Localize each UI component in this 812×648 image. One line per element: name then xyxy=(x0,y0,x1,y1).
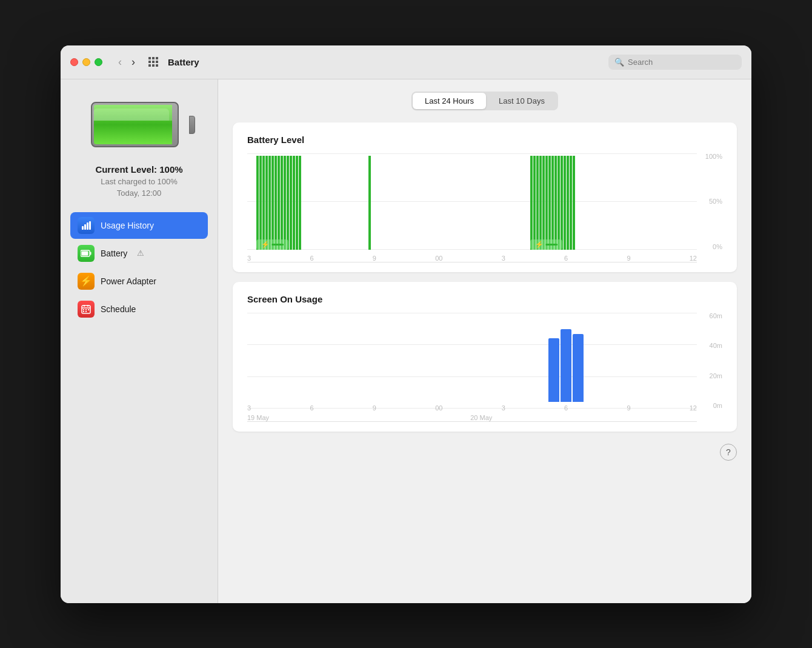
fullscreen-button[interactable] xyxy=(95,58,102,66)
battery-y-axis: 100% 50% 0% xyxy=(697,153,722,250)
x-label-9a: 9 xyxy=(373,255,376,262)
last-charged-label: Last charged to 100% xyxy=(101,177,177,186)
svg-rect-2 xyxy=(87,222,88,230)
screen-bar-group xyxy=(548,329,584,402)
x-label-9b: 9 xyxy=(627,255,630,262)
search-input[interactable] xyxy=(628,58,736,67)
sx-label-00: 00 xyxy=(435,404,442,412)
x-label-00: 00 xyxy=(435,255,442,262)
sx-label-3b: 3 xyxy=(502,404,505,412)
battery-bar-group-right xyxy=(530,156,575,250)
charging-bolt-right: ⚡ xyxy=(535,241,544,249)
battery-chart-plot: ⚡ ⚡ xyxy=(247,153,697,262)
screen-bar-2 xyxy=(561,329,571,402)
x-label-6a: 6 xyxy=(310,255,313,262)
sx-label-12: 12 xyxy=(690,404,697,412)
battery-nav-icon xyxy=(78,245,95,262)
battery-chart-area: ⚡ ⚡ xyxy=(247,153,722,262)
search-icon: 🔍 xyxy=(614,58,624,67)
date-label-20-may: 20 May xyxy=(470,414,492,421)
sy-label-0m: 0m xyxy=(713,402,722,409)
traffic-lights xyxy=(70,58,102,66)
svg-rect-14 xyxy=(85,311,87,312)
system-preferences-window: ‹ › Battery 🔍 Current Level: 100% xyxy=(61,45,751,603)
current-level-label: Current Level: 100% xyxy=(95,164,182,175)
screen-bar-1 xyxy=(548,338,559,402)
sx-label-9b: 9 xyxy=(627,404,630,412)
date-label-19-may: 19 May xyxy=(247,414,269,421)
help-button[interactable]: ? xyxy=(720,444,737,461)
battery-body xyxy=(91,102,179,147)
x-label-3a: 3 xyxy=(247,255,251,262)
y-label-50: 50% xyxy=(709,198,722,205)
charging-bolt-left: ⚡ xyxy=(261,241,270,249)
content-area: Current Level: 100% Last charged to 100%… xyxy=(61,79,751,603)
screen-chart-area: 3 6 9 00 3 6 9 12 19 May 20 May xyxy=(247,313,722,422)
close-button[interactable] xyxy=(70,58,78,66)
sidebar-nav: Usage History Battery ⚠ ⚡ xyxy=(61,212,218,322)
y-label-100: 100% xyxy=(705,153,722,160)
svg-rect-0 xyxy=(82,226,84,230)
screen-chart-title: Screen On Usage xyxy=(247,294,722,304)
screen-x-labels: 3 6 9 00 3 6 9 12 xyxy=(247,404,697,412)
tab-last-24-hours[interactable]: Last 24 Hours xyxy=(413,93,486,109)
svg-rect-11 xyxy=(83,309,84,310)
schedule-icon xyxy=(78,301,95,318)
svg-rect-13 xyxy=(83,311,84,312)
charging-indicator-right: ⚡ xyxy=(530,239,562,250)
sidebar-item-power-adapter[interactable]: ⚡ Power Adapter xyxy=(70,268,208,295)
battery-warning-icon: ⚠ xyxy=(137,249,144,258)
sx-label-6b: 6 xyxy=(564,404,568,412)
x-label-6b: 6 xyxy=(564,255,568,262)
window-title: Battery xyxy=(168,57,601,67)
battery-chart-title: Battery Level xyxy=(247,135,722,145)
battery-fill xyxy=(94,105,173,144)
battery-nav-label: Battery xyxy=(101,249,127,258)
power-adapter-label: Power Adapter xyxy=(101,276,156,286)
battery-x-labels: 3 6 9 00 3 6 9 12 xyxy=(247,255,697,262)
main-content: Last 24 Hours Last 10 Days Battery Level xyxy=(218,79,751,603)
screen-bar-3 xyxy=(573,334,584,402)
battery-bar-group-mid xyxy=(368,156,371,250)
battery-level-chart-card: Battery Level xyxy=(233,122,737,272)
tab-last-10-days[interactable]: Last 10 Days xyxy=(487,93,557,109)
search-bar[interactable]: 🔍 xyxy=(608,55,742,70)
screen-usage-chart-card: Screen On Usage xyxy=(233,282,737,432)
battery-bar-group-left xyxy=(256,156,301,250)
nav-buttons: ‹ › xyxy=(115,55,139,68)
screen-y-axis: 60m 40m 20m 0m xyxy=(697,313,722,410)
usage-history-label: Usage History xyxy=(101,221,154,230)
charging-indicator-left: ⚡ xyxy=(256,239,288,250)
tab-bar: Last 24 Hours Last 10 Days xyxy=(233,92,737,110)
sidebar-item-battery[interactable]: Battery ⚠ xyxy=(70,240,208,267)
svg-rect-5 xyxy=(90,252,92,255)
sidebar-item-usage-history[interactable]: Usage History xyxy=(70,212,208,239)
screen-chart-plot: 3 6 9 00 3 6 9 12 19 May 20 May xyxy=(247,313,697,422)
sidebar: Current Level: 100% Last charged to 100%… xyxy=(61,79,218,603)
y-label-0: 0% xyxy=(713,244,722,250)
battery-icon-display xyxy=(91,98,188,152)
sy-label-20m: 20m xyxy=(710,373,722,379)
power-adapter-icon: ⚡ xyxy=(78,273,95,290)
battery-bars-container: ⚡ ⚡ xyxy=(247,153,697,250)
sx-label-3a: 3 xyxy=(247,404,251,412)
sidebar-item-schedule[interactable]: Schedule xyxy=(70,296,208,322)
sy-label-60m: 60m xyxy=(710,313,722,319)
minimize-button[interactable] xyxy=(82,58,90,66)
charge-time-label: Today, 12:00 xyxy=(117,189,161,198)
tab-group: Last 24 Hours Last 10 Days xyxy=(411,92,558,110)
x-label-12: 12 xyxy=(690,255,697,262)
grid-view-icon[interactable] xyxy=(148,57,158,67)
usage-history-icon xyxy=(78,217,95,234)
schedule-label: Schedule xyxy=(101,304,136,314)
svg-rect-6 xyxy=(82,251,88,255)
sx-label-9a: 9 xyxy=(373,404,376,412)
svg-rect-15 xyxy=(88,309,89,310)
battery-tip xyxy=(189,116,195,134)
sy-label-40m: 40m xyxy=(710,342,722,349)
forward-button[interactable]: › xyxy=(128,55,139,68)
svg-rect-12 xyxy=(85,309,87,310)
help-area: ? xyxy=(233,441,737,461)
titlebar: ‹ › Battery 🔍 xyxy=(61,45,751,79)
back-button[interactable]: ‹ xyxy=(115,55,125,68)
